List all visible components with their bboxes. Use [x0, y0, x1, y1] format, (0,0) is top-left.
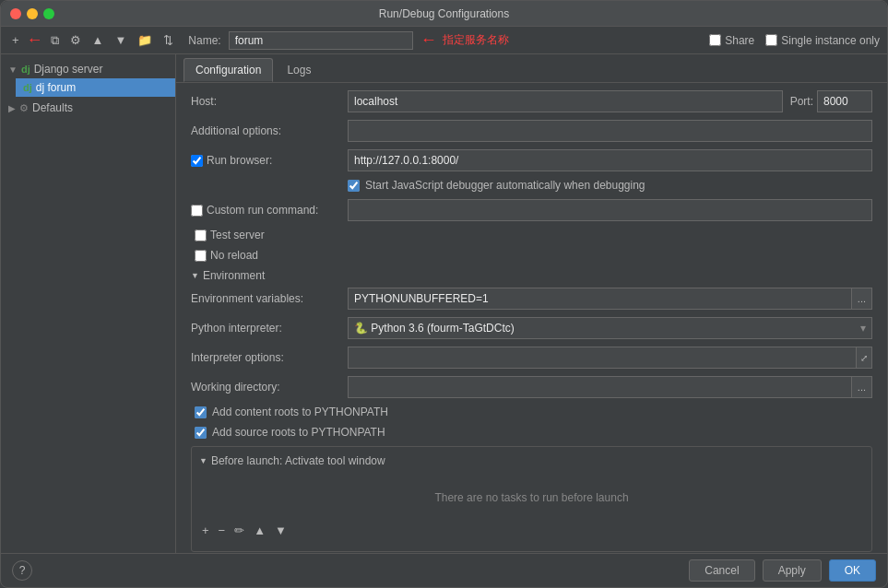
bottom-bar: ? Cancel Apply OK [1, 553, 887, 587]
single-instance-checkbox-label[interactable]: Single instance only [765, 34, 880, 47]
before-launch-section: Before launch: Activate tool window Ther… [191, 446, 872, 552]
cancel-button[interactable]: Cancel [689, 559, 754, 582]
main-window: Run/Debug Configurations + ← ⧉ ⚙ ▲ ▼ 📁 ⇅… [0, 0, 888, 588]
js-debugger-row: Start JavaScript debugger automatically … [348, 179, 872, 192]
title-bar: Run/Debug Configurations [1, 1, 887, 27]
no-tasks-text: There are no tasks to run before launch [199, 473, 864, 523]
bottom-left: ? [12, 560, 681, 581]
sidebar-item-defaults[interactable]: ▶ ⚙ Defaults [1, 99, 175, 117]
add-source-roots-row: Add source roots to PYTHONPATH [191, 426, 872, 439]
add-source-roots-checkbox[interactable] [195, 427, 207, 439]
python-interpreter-select[interactable]: 🐍 Python 3.6 (fourm-TaGtDCtc) ▾ [348, 317, 872, 339]
expand-arrow-icon: ▼ [8, 65, 18, 75]
name-arrow-annotation: ← [420, 30, 437, 50]
run-browser-input[interactable] [348, 149, 872, 171]
share-options: Share Single instance only [709, 34, 880, 47]
python-interpreter-row: Python interpreter: 🐍 Python 3.6 (fourm-… [191, 317, 872, 339]
interpreter-options-row: Interpreter options: ⤢ [191, 347, 872, 369]
working-dir-browse-button[interactable]: ... [852, 376, 872, 398]
sort-config-button[interactable]: ⇅ [160, 31, 177, 49]
launch-down-button[interactable]: ▼ [272, 523, 290, 538]
port-input[interactable] [817, 90, 872, 112]
env-vars-label: Environment variables: [191, 292, 348, 305]
add-config-button[interactable]: + [8, 31, 23, 49]
no-reload-label: No reload [210, 249, 258, 262]
window-title: Run/Debug Configurations [379, 7, 509, 20]
add-source-roots-label: Add source roots to PYTHONPATH [212, 426, 385, 439]
select-arrow-icon: ▾ [860, 322, 866, 335]
add-content-roots-label: Add content roots to PYTHONPATH [212, 406, 388, 418]
content-area: ▼ dj Django server dj dj forum ▶ ⚙ Defau… [1, 54, 887, 553]
test-server-checkbox[interactable] [195, 229, 207, 241]
test-server-label: Test server [210, 229, 265, 241]
additional-options-row: Additional options: [191, 120, 872, 142]
django-icon: dj [21, 64, 30, 75]
close-button[interactable] [10, 8, 21, 19]
custom-run-label: Custom run command: [207, 204, 318, 217]
host-input[interactable] [348, 90, 783, 112]
settings-config-button[interactable]: ⚙ [66, 31, 85, 49]
folder-config-button[interactable]: 📁 [134, 31, 156, 49]
defaults-expand-icon: ▶ [8, 103, 16, 113]
no-reload-checkbox[interactable] [195, 250, 207, 262]
apply-button[interactable]: Apply [763, 559, 822, 582]
bottom-right: Cancel Apply OK [689, 559, 876, 582]
ok-button[interactable]: OK [829, 559, 876, 582]
interpreter-options-wrap: ⤢ [348, 347, 872, 369]
copy-config-button[interactable]: ⧉ [47, 31, 63, 50]
launch-toolbar: + − ✏ ▲ ▼ [199, 523, 864, 538]
interpreter-options-input[interactable] [348, 347, 857, 369]
up-config-button[interactable]: ▲ [89, 31, 108, 49]
tab-configuration[interactable]: Configuration [184, 58, 273, 82]
run-browser-checkbox[interactable] [191, 155, 203, 167]
env-vars-wrap: ... [348, 288, 872, 310]
minimize-button[interactable] [27, 8, 38, 19]
launch-up-button[interactable]: ▲ [251, 523, 268, 538]
launch-add-button[interactable]: + [199, 523, 212, 538]
interpreter-options-expand-button[interactable]: ⤢ [857, 347, 872, 369]
launch-remove-button[interactable]: − [216, 523, 229, 538]
help-button[interactable]: ? [12, 560, 32, 581]
python-interpreter-value: 🐍 Python 3.6 (fourm-TaGtDCtc) [354, 322, 515, 335]
env-vars-edit-button[interactable]: ... [852, 288, 872, 310]
name-label: Name: [188, 34, 220, 47]
maximize-button[interactable] [43, 8, 54, 19]
interpreter-options-label: Interpreter options: [191, 351, 348, 364]
config-panel: Configuration Logs Host: Port: ↑ 端口 [176, 54, 887, 553]
share-checkbox-label[interactable]: Share [709, 34, 754, 47]
custom-run-input[interactable] [348, 199, 872, 221]
js-debugger-checkbox[interactable] [348, 180, 360, 192]
tab-logs[interactable]: Logs [275, 58, 323, 82]
add-arrow-annotation: ← [27, 30, 43, 50]
additional-options-input[interactable] [348, 120, 872, 142]
add-content-roots-checkbox[interactable] [195, 406, 207, 418]
top-toolbar: + ← ⧉ ⚙ ▲ ▼ 📁 ⇅ Name: ← 指定服务名称 Share Sin… [1, 27, 887, 54]
tab-bar: Configuration Logs [176, 58, 887, 83]
custom-run-checkbox[interactable] [191, 205, 203, 217]
environment-section-title: Environment [191, 269, 872, 282]
host-row: Host: Port: ↑ 端口 [191, 90, 872, 112]
working-dir-wrap: ... [348, 376, 872, 398]
forum-label: dj forum [36, 81, 76, 94]
forum-django-icon: dj [23, 82, 32, 93]
down-config-button[interactable]: ▼ [111, 31, 130, 49]
working-dir-input[interactable] [348, 376, 852, 398]
before-launch-title: Before launch: Activate tool window [199, 454, 864, 467]
window-controls [10, 8, 54, 19]
config-body: Host: Port: ↑ 端口 Additional options: [176, 83, 887, 553]
env-vars-row: Environment variables: ... [191, 288, 872, 310]
defaults-gear-icon: ⚙ [19, 102, 29, 114]
launch-edit-button[interactable]: ✏ [231, 523, 247, 538]
name-annotation-text: 指定服务名称 [443, 32, 509, 48]
host-label: Host: [191, 95, 348, 108]
no-reload-row: No reload [191, 249, 872, 262]
config-name-input[interactable] [229, 31, 413, 50]
sidebar-item-forum[interactable]: dj dj forum [16, 78, 175, 97]
share-checkbox[interactable] [709, 34, 721, 46]
defaults-label: Defaults [32, 101, 73, 114]
env-vars-input[interactable] [348, 288, 852, 310]
working-dir-label: Working directory: [191, 381, 348, 394]
port-label: Port: [790, 95, 813, 108]
single-instance-checkbox[interactable] [765, 34, 777, 46]
sidebar-item-django-server[interactable]: ▼ dj Django server [1, 60, 175, 78]
